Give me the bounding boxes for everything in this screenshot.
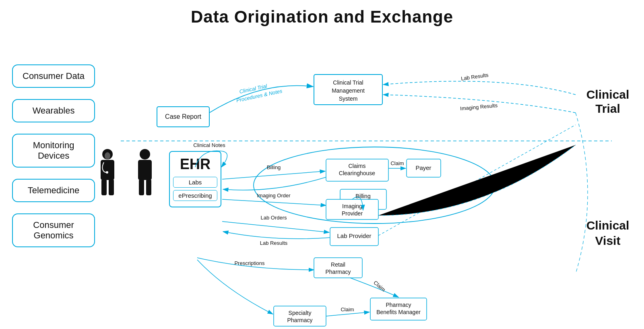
ehr-box: EHR Labs ePrescribing <box>169 151 221 207</box>
svg-line-61 <box>326 312 369 316</box>
svg-text:Lab Results: Lab Results <box>460 72 489 81</box>
svg-text:Imaging Order: Imaging Order <box>257 192 291 199</box>
svg-rect-8 <box>139 179 144 195</box>
svg-text:Clinical Trial: Clinical Trial <box>239 83 268 95</box>
svg-text:Clearinghouse: Clearinghouse <box>339 170 375 176</box>
wearables-box: Wearables <box>12 99 95 122</box>
svg-line-39 <box>222 199 326 205</box>
patient-figure <box>130 147 160 201</box>
svg-text:Payer: Payer <box>415 164 431 171</box>
svg-rect-15 <box>314 74 382 105</box>
svg-text:System: System <box>339 95 358 102</box>
svg-text:Claim: Claim <box>372 279 386 293</box>
svg-point-3 <box>106 171 108 174</box>
svg-text:Management: Management <box>332 87 365 94</box>
svg-rect-4 <box>101 179 107 195</box>
svg-text:Billing: Billing <box>355 193 370 199</box>
svg-rect-26 <box>326 159 388 181</box>
svg-text:Imaging: Imaging <box>342 203 362 209</box>
consumer-data-box: Consumer Data <box>12 64 95 88</box>
svg-rect-44 <box>330 228 378 246</box>
svg-text:Procedures & Notes: Procedures & Notes <box>236 88 283 103</box>
svg-line-49 <box>378 125 576 236</box>
svg-point-25 <box>254 147 495 223</box>
svg-text:Codes: Codes <box>355 200 371 207</box>
svg-text:Clinical Trial: Clinical Trial <box>333 79 363 86</box>
svg-rect-29 <box>340 189 386 209</box>
svg-rect-9 <box>146 179 151 195</box>
svg-rect-5 <box>109 179 114 195</box>
consumer-genomics-box: Consumer Genomics <box>12 213 95 247</box>
svg-text:Lab Orders: Lab Orders <box>260 215 287 221</box>
svg-text:Clinical: Clinical <box>586 219 630 232</box>
svg-point-6 <box>140 149 150 159</box>
svg-text:Benefits Manager: Benefits Manager <box>376 309 421 315</box>
left-boxes: Consumer Data Wearables Monitoring Devic… <box>12 64 95 247</box>
svg-rect-57 <box>370 298 427 320</box>
page-title: Data Origination and Exchange <box>0 0 644 27</box>
svg-rect-14 <box>157 107 209 127</box>
svg-text:Clinical Notes: Clinical Notes <box>193 142 225 148</box>
svg-rect-7 <box>138 160 152 180</box>
svg-text:Clinical: Clinical <box>586 88 630 101</box>
svg-text:Visit: Visit <box>595 234 621 247</box>
svg-text:Claims: Claims <box>349 163 366 169</box>
svg-point-1 <box>105 152 110 159</box>
people-area <box>93 147 160 201</box>
ehr-title: EHR <box>170 152 221 174</box>
doctor-figure <box>93 147 123 201</box>
svg-text:Billing: Billing <box>267 164 281 170</box>
svg-text:Provider: Provider <box>342 210 363 217</box>
svg-text:Specialty: Specialty <box>289 310 312 316</box>
ehr-eprescribing: ePrescribing <box>173 190 217 201</box>
svg-text:Claim: Claim <box>341 306 354 312</box>
svg-text:Pharmacy: Pharmacy <box>325 269 351 275</box>
svg-line-46 <box>222 221 329 232</box>
svg-text:Lab Provider: Lab Provider <box>337 232 371 239</box>
svg-text:Retail: Retail <box>331 261 345 268</box>
svg-rect-54 <box>274 306 326 326</box>
diagram-container: Consumer Data Wearables Monitoring Devic… <box>0 32 644 329</box>
svg-rect-41 <box>326 199 378 219</box>
svg-line-37 <box>222 171 325 179</box>
svg-text:Claim: Claim <box>390 160 404 166</box>
svg-text:Pharmacy: Pharmacy <box>287 317 312 323</box>
telemedicine-box: Telemedicine <box>12 179 95 202</box>
svg-rect-32 <box>407 159 441 177</box>
svg-text:Prescriptions: Prescriptions <box>234 260 265 266</box>
svg-text:Lab Results: Lab Results <box>260 240 288 246</box>
ehr-labs: Labs <box>173 177 217 188</box>
svg-rect-51 <box>314 258 362 278</box>
svg-text:Trial: Trial <box>595 102 620 115</box>
monitoring-devices-box: Monitoring Devices <box>12 134 95 168</box>
svg-text:Pharmacy: Pharmacy <box>386 302 411 308</box>
case-report-label: Case Report <box>165 113 201 120</box>
svg-text:Imaging Results: Imaging Results <box>460 102 498 112</box>
